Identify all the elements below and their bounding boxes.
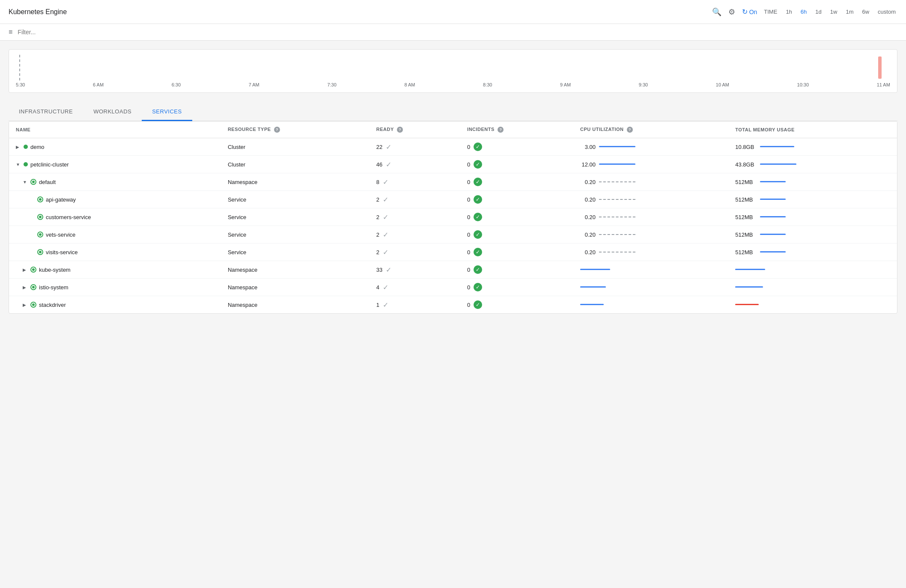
cpu-value-row bbox=[580, 303, 721, 306]
time-option-custom[interactable]: custom bbox=[876, 7, 897, 17]
status-ring bbox=[37, 249, 43, 255]
status-ring-inner bbox=[32, 286, 35, 288]
ready-value: 22 ✓ bbox=[376, 143, 453, 151]
table-row: customers-service Service 2 ✓ 0 ✓ 0.20 5… bbox=[9, 208, 897, 226]
cpu-cell: 3.00 bbox=[573, 138, 728, 156]
table-row: ▶ demo Cluster 22 ✓ 0 ✓ 3.00 10.8GB bbox=[9, 138, 897, 156]
col-cpu: CPU UTILIZATION ? bbox=[573, 122, 728, 138]
expand-arrow[interactable]: ▶ bbox=[23, 267, 28, 272]
table-row: ▶ istio-system Namespace 4 ✓ 0 ✓ bbox=[9, 279, 897, 296]
ready-cell: 2 ✓ bbox=[370, 208, 460, 226]
resource-type-cell: Service bbox=[221, 191, 370, 208]
time-option-1h[interactable]: 1h bbox=[784, 7, 793, 17]
name-row: ▶ stackdriver bbox=[16, 302, 214, 308]
time-label-1030: 10:30 bbox=[797, 82, 809, 87]
ready-cell: 8 ✓ bbox=[370, 173, 460, 191]
tab-workloads[interactable]: WORKLOADS bbox=[83, 103, 142, 121]
table-row: vets-service Service 2 ✓ 0 ✓ 0.20 512MB bbox=[9, 226, 897, 244]
data-table: NAME RESOURCE TYPE ? READY ? INCIDENTS ?… bbox=[9, 122, 897, 313]
memory-cell: 512MB bbox=[728, 226, 897, 244]
checkmark-icon: ✓ bbox=[386, 160, 391, 169]
incidents-cell: 0 ✓ bbox=[460, 244, 573, 261]
ready-value: 2 ✓ bbox=[376, 248, 453, 256]
checkmark-icon: ✓ bbox=[383, 213, 388, 221]
ready-cell: 2 ✓ bbox=[370, 244, 460, 261]
ok-icon: ✓ bbox=[474, 265, 482, 274]
table-row: visits-service Service 2 ✓ 0 ✓ 0.20 512M… bbox=[9, 244, 897, 261]
search-icon[interactable]: 🔍 bbox=[712, 7, 721, 17]
status-ring-inner bbox=[39, 216, 42, 218]
cpu-dashed-bar bbox=[599, 217, 635, 217]
help-cpu[interactable]: ? bbox=[627, 127, 633, 133]
name-cell: ▶ demo bbox=[9, 138, 221, 156]
memory-value-row: 10.8GB bbox=[735, 144, 890, 150]
cpu-value: 3.00 bbox=[580, 144, 596, 150]
incidents-cell: 0 ✓ bbox=[460, 138, 573, 156]
checkmark-icon: ✓ bbox=[386, 143, 391, 151]
settings-icon[interactable]: ⚙ bbox=[728, 7, 735, 17]
row-name: stackdriver bbox=[39, 302, 66, 308]
cpu-cell bbox=[573, 261, 728, 279]
memory-value: 512MB bbox=[735, 179, 757, 185]
ready-cell: 2 ✓ bbox=[370, 226, 460, 244]
expand-arrow[interactable]: ▶ bbox=[23, 285, 28, 290]
mem-bar-fill bbox=[760, 199, 786, 200]
incidents-cell: 0 ✓ bbox=[460, 261, 573, 279]
tab-services[interactable]: SERVICES bbox=[142, 103, 192, 121]
status-ring bbox=[30, 179, 36, 185]
mem-bar bbox=[760, 233, 786, 236]
cpu-bar-fill bbox=[580, 304, 604, 305]
time-option-1m[interactable]: 1m bbox=[844, 7, 855, 17]
incidents-count: 0 bbox=[467, 144, 470, 150]
memory-value-row bbox=[735, 285, 890, 289]
ready-value: 2 ✓ bbox=[376, 196, 453, 204]
services-table: NAME RESOURCE TYPE ? READY ? INCIDENTS ?… bbox=[9, 121, 897, 314]
name-row: api-gateway bbox=[16, 196, 214, 203]
status-ring bbox=[30, 267, 36, 273]
collapse-arrow[interactable]: ▼ bbox=[23, 180, 28, 184]
ok-icon: ✓ bbox=[474, 143, 482, 151]
filter-input[interactable] bbox=[18, 29, 897, 36]
memory-cell bbox=[728, 296, 897, 314]
ready-cell: 22 ✓ bbox=[370, 138, 460, 156]
status-ring bbox=[37, 196, 43, 202]
incidents-cell: 0 ✓ bbox=[460, 226, 573, 244]
expand-arrow[interactable]: ▶ bbox=[23, 303, 28, 307]
collapse-arrow[interactable]: ▼ bbox=[16, 162, 21, 167]
time-option-6h[interactable]: 6h bbox=[799, 7, 808, 17]
mem-bar bbox=[735, 285, 763, 289]
tab-infrastructure[interactable]: INFRASTRUCTURE bbox=[9, 103, 83, 121]
memory-value-row: 512MB bbox=[735, 196, 890, 203]
incidents-cell: 0 ✓ bbox=[460, 173, 573, 191]
time-option-1d[interactable]: 1d bbox=[814, 7, 823, 17]
cpu-value-row: 0.20 bbox=[580, 232, 721, 238]
time-option-6w[interactable]: 6w bbox=[860, 7, 871, 17]
help-incidents[interactable]: ? bbox=[498, 127, 504, 133]
cpu-bar bbox=[599, 180, 635, 184]
memory-value-row: 512MB bbox=[735, 179, 890, 185]
ready-cell: 2 ✓ bbox=[370, 191, 460, 208]
refresh-button[interactable]: ↻ On bbox=[742, 8, 757, 16]
time-option-1w[interactable]: 1w bbox=[829, 7, 839, 17]
cpu-bar-fill bbox=[580, 286, 606, 288]
status-ring bbox=[30, 284, 36, 290]
help-resource-type[interactable]: ? bbox=[274, 127, 280, 133]
ready-value: 2 ✓ bbox=[376, 231, 453, 239]
incidents-value: 0 ✓ bbox=[467, 248, 566, 256]
ready-count: 33 bbox=[376, 267, 382, 273]
ready-value: 8 ✓ bbox=[376, 178, 453, 186]
memory-value-row: 512MB bbox=[735, 214, 890, 220]
ok-icon: ✓ bbox=[474, 213, 482, 221]
ready-cell: 33 ✓ bbox=[370, 261, 460, 279]
memory-cell bbox=[728, 279, 897, 296]
mem-bar-fill bbox=[735, 304, 759, 305]
mem-bar-fill bbox=[760, 163, 796, 165]
expand-arrow[interactable]: ▶ bbox=[16, 145, 21, 149]
time-label-11am: 11 AM bbox=[877, 82, 890, 87]
incidents-cell: 0 ✓ bbox=[460, 279, 573, 296]
ready-value: 1 ✓ bbox=[376, 301, 453, 309]
time-label-730: 7:30 bbox=[327, 82, 336, 87]
col-ready: READY ? bbox=[370, 122, 460, 138]
help-ready[interactable]: ? bbox=[397, 127, 403, 133]
ready-cell: 1 ✓ bbox=[370, 296, 460, 314]
